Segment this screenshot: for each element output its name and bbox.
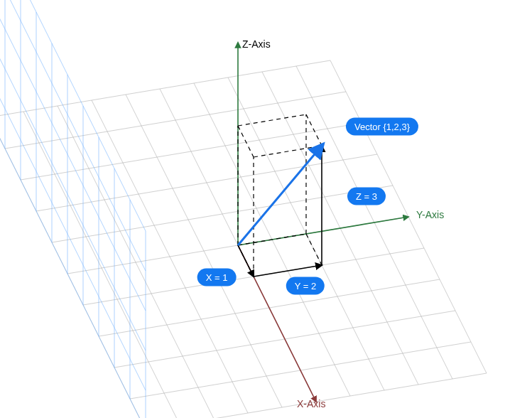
svg-line-34 bbox=[0, 77, 146, 390]
svg-line-12 bbox=[23, 112, 180, 418]
vector-badge: Vector {1,2,3} bbox=[346, 118, 418, 136]
svg-line-47 bbox=[238, 114, 306, 126]
x-component-arrow bbox=[238, 245, 254, 277]
y-axis-label: Y-Axis bbox=[416, 209, 444, 220]
svg-line-33 bbox=[0, 117, 146, 418]
svg-line-15 bbox=[126, 95, 282, 407]
wall-grid bbox=[0, 0, 146, 418]
svg-line-35 bbox=[0, 38, 146, 350]
svg-line-13 bbox=[58, 106, 214, 418]
x-component-badge: X = 1 bbox=[197, 269, 237, 286]
z-component-badge: Z = 3 bbox=[347, 188, 386, 205]
x-axis-label: X-Axis bbox=[297, 398, 325, 409]
svg-line-46 bbox=[254, 146, 322, 157]
svg-line-11 bbox=[0, 117, 146, 418]
svg-line-14 bbox=[92, 100, 248, 413]
component-arrows bbox=[238, 146, 322, 277]
svg-line-10 bbox=[146, 373, 487, 418]
y-component-arrow bbox=[254, 265, 322, 277]
svg-line-36 bbox=[0, 0, 146, 311]
y-component-badge: Y = 2 bbox=[286, 277, 325, 295]
vector-arrow bbox=[238, 146, 322, 245]
z-axis-label: Z-Axis bbox=[242, 38, 271, 50]
vector-3d-diagram bbox=[0, 0, 532, 418]
svg-line-40 bbox=[238, 234, 306, 245]
svg-line-37 bbox=[0, 0, 146, 271]
